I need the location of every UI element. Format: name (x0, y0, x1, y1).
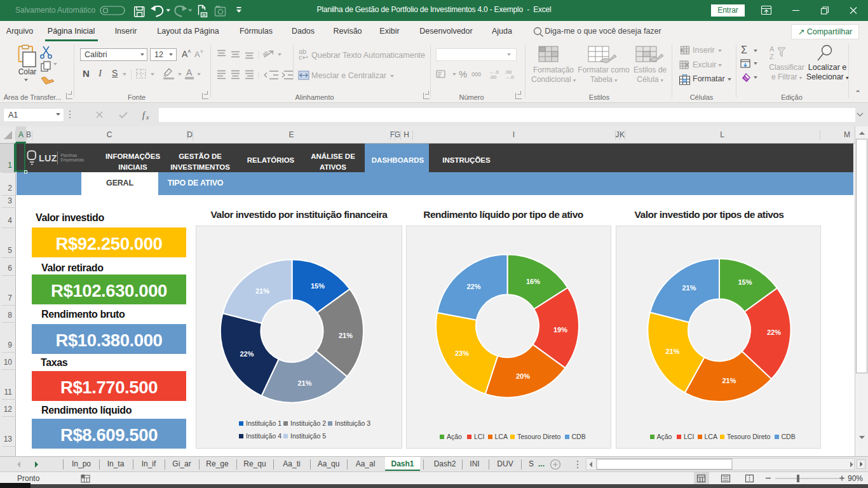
svg-text:.00: .00 (489, 74, 497, 80)
svg-text:ab: ab (261, 50, 269, 58)
svg-text:→.0: →.0 (505, 74, 514, 80)
svg-text:%: % (459, 69, 467, 79)
svg-text:A: A (770, 46, 775, 53)
svg-text:x: x (146, 114, 149, 121)
svg-text:Z: Z (770, 53, 774, 60)
svg-text:000: 000 (471, 71, 481, 78)
